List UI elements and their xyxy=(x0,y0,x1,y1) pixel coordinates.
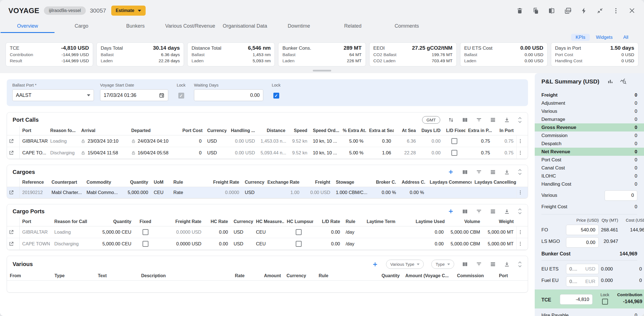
various-cost-input[interactable] xyxy=(608,193,634,198)
fixed-checkbox[interactable] xyxy=(143,241,148,247)
add-various-button[interactable] xyxy=(372,261,378,268)
add-cargo-button[interactable] xyxy=(448,169,454,175)
col-amount[interactable]: Amount xyxy=(247,271,284,281)
columns-icon[interactable] xyxy=(462,208,468,215)
row-density-icon[interactable] xyxy=(490,208,496,215)
cell-reason[interactable]: Discharging xyxy=(48,147,79,159)
row-menu-icon[interactable] xyxy=(517,226,528,238)
col-description[interactable]: Description xyxy=(138,271,203,281)
cell-in-port[interactable]: 0.75 xyxy=(493,147,516,159)
cell-rule[interactable]: Rate xyxy=(171,187,204,198)
cell-days-ld[interactable]: 0.00 xyxy=(419,147,444,159)
ld-fixed-checkbox[interactable] xyxy=(451,150,457,156)
delete-icon[interactable] xyxy=(516,7,523,14)
col-freight-rate[interactable]: Freight Rate xyxy=(157,217,204,226)
filter-icon[interactable] xyxy=(476,261,482,267)
cell-exchange-rate[interactable]: 1.00 xyxy=(264,187,302,198)
row-density-icon[interactable] xyxy=(490,117,496,123)
col-fixed[interactable]: Fixed xyxy=(134,217,157,226)
tab-cargo[interactable]: Cargo xyxy=(55,20,108,33)
cell-currency[interactable]: USD xyxy=(204,147,226,159)
calendar-icon[interactable] xyxy=(159,92,165,98)
cell-extra-at-sea[interactable]: 0.30 xyxy=(366,135,394,147)
cell-handling[interactable]: 0.00 USD xyxy=(226,147,258,159)
kpi-panel-resize-handle[interactable] xyxy=(313,70,331,71)
col-reason-for-call[interactable]: Reason for Call xyxy=(51,217,89,226)
type-filter[interactable]: Type xyxy=(431,260,454,269)
columns-icon[interactable] xyxy=(462,117,468,123)
cell-weight[interactable]: 5,000.00 MT xyxy=(483,238,517,250)
copy-icon[interactable] xyxy=(532,7,539,14)
col-quantity[interactable]: Quantity xyxy=(119,178,151,187)
cell-extra-in-port[interactable]: 0.75 xyxy=(465,135,493,147)
row-menu-icon[interactable] xyxy=(517,238,528,250)
col-freight[interactable]: Freight xyxy=(302,178,333,187)
download-icon[interactable] xyxy=(504,261,510,267)
col-text[interactable]: Text xyxy=(95,271,138,281)
tab-downtime[interactable]: Downtime xyxy=(272,20,326,33)
tab-bunkers[interactable]: Bunkers xyxy=(108,20,162,33)
col-rate[interactable]: Rate xyxy=(203,271,247,281)
col-port[interactable]: Port xyxy=(496,271,528,281)
col-reference[interactable]: Reference xyxy=(19,178,49,187)
col-departed[interactable]: Departed xyxy=(129,126,180,135)
pdf-export-icon[interactable]: PDF xyxy=(564,7,572,14)
col-hc-rate[interactable]: HC Rate xyxy=(204,217,231,226)
cell-extra-at-sea[interactable]: 1.06 xyxy=(366,147,394,159)
cell-distance[interactable]: 1,453.03 n... xyxy=(258,135,288,147)
col-address-c[interactable]: Address C. xyxy=(399,178,427,187)
col-from[interactable]: From xyxy=(7,271,52,281)
download-icon[interactable] xyxy=(504,169,510,175)
estimate-button[interactable]: Estimate xyxy=(111,6,146,16)
cell-laytime-term[interactable] xyxy=(364,226,413,238)
filter-icon[interactable] xyxy=(476,117,482,123)
cargo-row[interactable]: 20190212 Mabl Charter... Mabl Commo... 5… xyxy=(7,187,528,198)
cell-port[interactable]: CAPE TO... xyxy=(19,147,48,159)
more-options-icon[interactable] xyxy=(612,7,619,14)
col-amount-voyage-currency[interactable]: Amount (Voyage C... xyxy=(402,271,454,281)
col-quantity[interactable]: Quantity xyxy=(369,271,402,281)
cell-freight[interactable]: 0.00 USD xyxy=(302,187,333,198)
cell-freight-rate[interactable]: 0.0000 xyxy=(204,187,242,198)
col-reason[interactable]: Reason fo... xyxy=(48,126,79,135)
download-icon[interactable] xyxy=(504,208,510,215)
timezone-badge[interactable]: GMT xyxy=(422,116,440,124)
cell-hc-measure[interactable]: CEU xyxy=(253,238,284,250)
cell-reference[interactable]: 20190212 xyxy=(19,187,49,198)
row-menu-icon[interactable] xyxy=(517,187,528,198)
col-ld-rate[interactable]: L/D Rate xyxy=(313,217,343,226)
cell-broker-c[interactable]: 0.00 % xyxy=(371,187,399,198)
open-record-icon[interactable] xyxy=(7,135,19,147)
col-commodity[interactable]: Commodity xyxy=(84,178,119,187)
cell-speed[interactable]: 9.52 kn xyxy=(288,135,310,147)
lock-date-checkbox[interactable] xyxy=(178,93,184,99)
tce-lock-checkbox[interactable] xyxy=(602,299,608,305)
cell-in-port[interactable]: 0.75 xyxy=(493,135,516,147)
cell-quantity[interactable]: 5,000.00 CEU xyxy=(89,226,134,238)
col-port[interactable]: Port xyxy=(19,126,48,135)
cell-laytime-term[interactable] xyxy=(364,238,413,250)
ballast-port-select[interactable]: AALST xyxy=(12,89,94,101)
close-icon[interactable] xyxy=(628,7,636,14)
collapse-section-icon[interactable] xyxy=(518,208,522,215)
cell-laytime-used[interactable]: 0.00 xyxy=(413,238,446,250)
cell-departed[interactable]: 24/03/24 04:10 xyxy=(129,135,180,147)
tab-related[interactable]: Related xyxy=(326,20,380,33)
col-volume[interactable]: Volume xyxy=(446,217,483,226)
cell-reason[interactable]: Discharging xyxy=(51,238,89,250)
cell-stowage[interactable]: 1.000 CBM/C... xyxy=(333,187,371,198)
compare-icon[interactable] xyxy=(548,7,555,14)
col-port-cost[interactable]: Port Cost xyxy=(180,126,205,135)
fixed-checkbox[interactable] xyxy=(143,229,148,235)
col-at-sea[interactable]: At Sea xyxy=(394,126,419,135)
voyage-start-date-input[interactable]: 17/03/24 01:36 xyxy=(100,89,168,101)
col-currency[interactable]: Currency xyxy=(242,178,264,187)
col-speed-ordered[interactable]: Speed Ord... xyxy=(310,126,340,135)
cell-rule[interactable]: /day xyxy=(343,238,364,250)
col-weight[interactable]: Weight xyxy=(483,217,517,226)
open-record-icon[interactable] xyxy=(7,238,19,250)
cell-laytime-used[interactable]: 0.00 xyxy=(413,226,446,238)
fuel-eu-price-input[interactable]: 0....EUR xyxy=(566,276,599,287)
col-currency[interactable]: Currency xyxy=(204,126,226,135)
cell-port-cost[interactable]: 0 xyxy=(180,135,205,147)
